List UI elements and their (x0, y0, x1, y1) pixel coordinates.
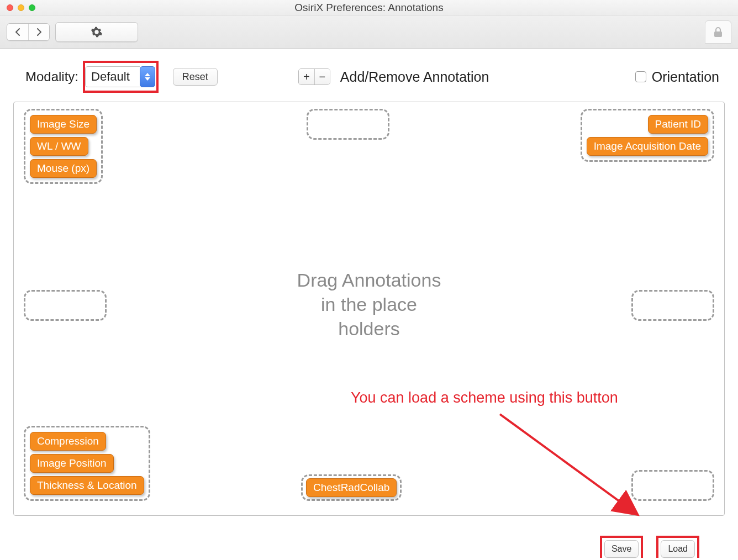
dropzone-top-right[interactable]: Patient ID Image Acquisition Date (581, 109, 714, 162)
callout-arrow (494, 409, 655, 519)
controls-row: Modality: Default Reset + − Add/Remove A… (0, 49, 738, 98)
chevron-down-icon (145, 77, 150, 81)
modality-label: Modality: (25, 69, 78, 84)
toolbar (0, 15, 738, 49)
zoom-window-button[interactable] (29, 4, 35, 11)
dropzone-bottom-center[interactable]: ChestRadCollab (301, 474, 402, 501)
add-remove-stepper: + − (298, 68, 330, 85)
modality-select-value[interactable]: Default (85, 66, 140, 87)
svg-rect-0 (714, 31, 722, 37)
highlight-load: Load (656, 536, 699, 558)
annotation-tag[interactable]: Image Position (30, 454, 114, 473)
dropzone-top-left[interactable]: Image Size WL / WW Mouse (px) (24, 109, 103, 184)
lock-button[interactable] (705, 20, 731, 44)
dropzone-bottom-right[interactable] (631, 470, 714, 501)
gear-icon (91, 26, 103, 38)
reset-button[interactable]: Reset (173, 68, 218, 86)
chevron-up-icon (145, 73, 150, 76)
close-window-button[interactable] (7, 4, 13, 11)
svg-line-1 (500, 414, 632, 511)
gear-button[interactable] (55, 22, 138, 42)
annotation-tag[interactable]: Image Size (30, 115, 97, 134)
callout-text: You can load a scheme using this button (351, 389, 618, 406)
dropzone-mid-left[interactable] (24, 290, 107, 321)
dropzone-top-center[interactable] (307, 109, 389, 140)
annotation-tag[interactable]: Thickness & Location (30, 476, 144, 495)
dropzone-bottom-left[interactable]: Compression Image Position Thickness & L… (24, 426, 150, 501)
orientation-checkbox[interactable] (635, 71, 646, 82)
annotation-tag[interactable]: WL / WW (30, 137, 88, 156)
traffic-lights (0, 4, 35, 11)
add-annotation-button[interactable]: + (299, 69, 314, 84)
bottom-buttons: Save Load (600, 536, 699, 558)
nav-group (7, 23, 50, 41)
remove-annotation-button[interactable]: − (314, 69, 330, 84)
annotation-tag[interactable]: ChestRadCollab (306, 478, 397, 497)
load-button[interactable]: Load (661, 540, 695, 558)
highlight-save: Save (600, 536, 643, 558)
annotation-tag[interactable]: Mouse (px) (30, 159, 97, 178)
dropzone-mid-right[interactable] (631, 290, 714, 321)
annotation-tag[interactable]: Patient ID (648, 115, 708, 134)
modality-select-stepper[interactable] (140, 66, 155, 87)
annotation-tag[interactable]: Image Acquisition Date (587, 137, 708, 156)
save-button[interactable]: Save (604, 540, 639, 558)
forward-button[interactable] (28, 24, 49, 40)
lock-icon (713, 27, 723, 38)
highlight-modality: Default (83, 61, 159, 93)
annotation-tag[interactable]: Compression (30, 432, 106, 451)
annotation-canvas[interactable]: Image Size WL / WW Mouse (px) Patient ID… (13, 102, 725, 516)
window-title: OsiriX Preferences: Annotations (0, 2, 738, 14)
canvas-placeholder-text: Drag Annotations in the place holders (14, 268, 724, 341)
orientation-label: Orientation (652, 69, 719, 85)
titlebar: OsiriX Preferences: Annotations (0, 0, 738, 15)
orientation-option: Orientation (635, 69, 719, 85)
minimize-window-button[interactable] (18, 4, 24, 11)
add-remove-label: Add/Remove Annotation (340, 69, 489, 85)
chevron-left-icon (14, 28, 21, 36)
chevron-right-icon (36, 28, 43, 36)
back-button[interactable] (7, 24, 28, 40)
